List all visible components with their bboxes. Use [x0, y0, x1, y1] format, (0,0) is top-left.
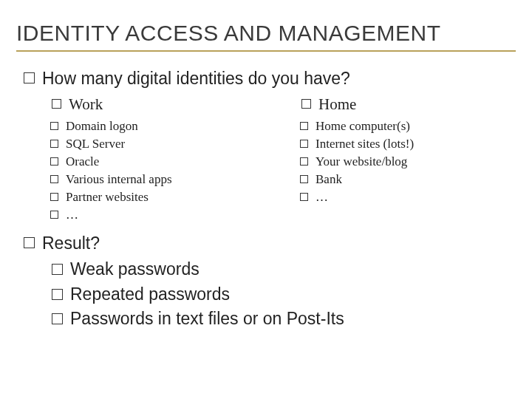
heading-home-text: Home [318, 95, 356, 114]
list-item: SQL Server [50, 136, 259, 152]
bullet-box-icon [50, 140, 58, 148]
list-item-text: Various internal apps [66, 171, 172, 188]
list-item-text: Partner websites [66, 189, 149, 205]
list-item-text: Domain logon [66, 118, 138, 134]
bullet-box-icon [50, 175, 58, 183]
bullet-box-icon [24, 237, 35, 248]
work-items: Domain logon SQL Server Oracle Various i… [24, 118, 259, 224]
bullet-box-icon [50, 122, 58, 130]
list-item: Home computer(s) [300, 118, 508, 134]
list-item-text: Bank [316, 171, 342, 188]
result-block: Result? Weak passwords Repeated password… [24, 233, 508, 330]
bullet-box-icon [50, 157, 58, 166]
bullet-box-icon [300, 157, 308, 166]
list-item-text: Oracle [66, 154, 99, 170]
two-column-group: Work Domain logon SQL Server Oracle Vari… [24, 95, 508, 225]
bullet-result: Result? [24, 233, 508, 254]
list-item: Partner websites [50, 189, 259, 205]
list-item: Domain logon [50, 118, 259, 134]
bullet-box-icon [300, 122, 308, 130]
list-item-text: SQL Server [66, 136, 125, 152]
bullet-box-icon [52, 264, 63, 275]
col-work: Work Domain logon SQL Server Oracle Vari… [24, 95, 259, 225]
list-item: Internet sites (lots!) [300, 136, 508, 152]
slide-body: How many digital identities do you have?… [16, 68, 516, 330]
bullet-box-icon [52, 99, 61, 109]
bullet-box-icon [52, 313, 63, 324]
list-item: Weak passwords [52, 259, 508, 280]
list-item-text: Passwords in text files or on Post-Its [70, 309, 344, 330]
bullet-box-icon [50, 211, 58, 219]
home-items: Home computer(s) Internet sites (lots!) … [273, 118, 508, 205]
bullet-question: How many digital identities do you have? [24, 68, 508, 89]
list-item: Repeated passwords [52, 284, 508, 305]
heading-work-text: Work [69, 95, 103, 114]
list-item: Oracle [50, 154, 259, 170]
slide-title: IDENTITY ACCESS AND MANAGEMENT [16, 21, 516, 52]
list-item-text: Your website/blog [316, 154, 407, 170]
bullet-box-icon [24, 72, 35, 83]
list-item: Your website/blog [300, 154, 508, 170]
list-item: Passwords in text files or on Post-Its [52, 309, 508, 330]
heading-work: Work [52, 95, 259, 114]
list-item: Various internal apps [50, 171, 259, 188]
list-item-text: Repeated passwords [70, 284, 230, 305]
bullet-box-icon [52, 289, 63, 300]
bullet-box-icon [301, 99, 311, 109]
list-item: Bank [300, 171, 508, 188]
list-item-text: Weak passwords [70, 259, 200, 280]
list-item: … [300, 189, 508, 205]
slide: IDENTITY ACCESS AND MANAGEMENT How many … [0, 0, 532, 399]
list-item-text: Home computer(s) [316, 118, 410, 134]
list-item: … [50, 207, 259, 223]
list-item-text: … [66, 207, 78, 223]
list-item-text: … [316, 189, 328, 205]
bullet-box-icon [300, 193, 308, 201]
bullet-box-icon [300, 140, 308, 148]
bullet-box-icon [50, 193, 58, 201]
bullet-box-icon [300, 175, 308, 183]
question-text: How many digital identities do you have? [42, 68, 350, 89]
result-heading-text: Result? [42, 233, 100, 254]
heading-home: Home [301, 95, 508, 114]
list-item-text: Internet sites (lots!) [316, 136, 414, 152]
col-home: Home Home computer(s) Internet sites (lo… [273, 95, 508, 225]
